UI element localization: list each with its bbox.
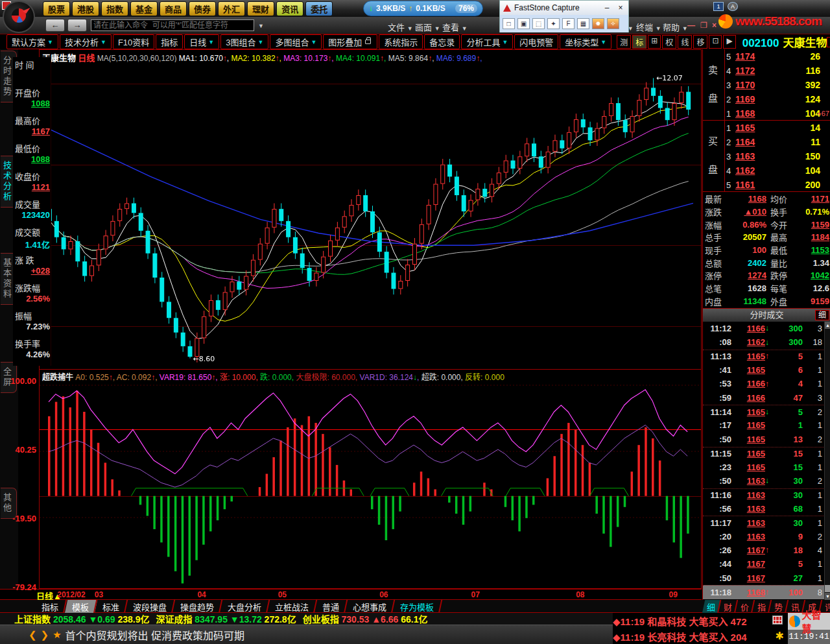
template-tab-存为模板[interactable]: 存为模板 xyxy=(393,600,442,614)
toolbar-item-分析工具[interactable]: 分析工具▼ xyxy=(461,34,513,49)
tick-tab-财[interactable]: 财 xyxy=(719,600,738,614)
tick-row[interactable]: 11:171163301 xyxy=(703,516,825,529)
tick-row[interactable]: :44116751 xyxy=(703,558,825,571)
toolbar-item-闪电预警[interactable]: 闪电预警 xyxy=(514,34,558,49)
ticker-next-icon[interactable]: ❯ xyxy=(41,629,49,641)
back-button[interactable]: ← xyxy=(45,19,65,32)
market-button-债券[interactable]: 债券 xyxy=(189,1,216,16)
tick-tab-价[interactable]: 价 xyxy=(736,600,755,614)
template-tab-指标[interactable]: 指标 xyxy=(34,600,67,614)
index-name[interactable]: 深证成指 xyxy=(156,614,192,625)
ticker-text[interactable]: 首个内贸规划将出 促消费政策加码可期 xyxy=(65,627,244,643)
toolbar-item-默认方案[interactable]: 默认方案▼ xyxy=(6,34,58,49)
mini-button-线[interactable]: 线 xyxy=(678,35,692,49)
window-minimize-button[interactable]: — xyxy=(687,21,695,30)
tick-tab-势[interactable]: 势 xyxy=(770,600,788,614)
tick-row[interactable]: 11:151165151 xyxy=(703,447,825,460)
template-tab-普通[interactable]: 普通 xyxy=(315,600,348,614)
alert-row[interactable]: ◆11:19 和晶科技 大笔买入 472 xyxy=(613,613,788,628)
faststone-tool-icon[interactable]: F xyxy=(562,18,575,29)
faststone-minimize-button[interactable]: – xyxy=(602,3,611,12)
settings-gear-icon[interactable]: ✱ xyxy=(776,630,784,642)
window-restore-button[interactable]: ❐ xyxy=(700,21,707,30)
toolbar-item-图形叠加[interactable]: 图形叠加 xyxy=(323,34,377,49)
tick-row[interactable]: :41116561 xyxy=(703,363,825,377)
tick-row[interactable]: 11:121166↓3003 xyxy=(703,322,825,335)
toolbar-item-技术分析[interactable]: 技术分析▼ xyxy=(60,34,112,49)
toolbar-item-指标[interactable]: 指标 xyxy=(156,34,183,49)
mini-button-⊞[interactable]: ⊞ xyxy=(648,35,661,49)
template-tab-模板[interactable]: 模板 xyxy=(65,600,97,614)
forward-button[interactable]: → xyxy=(67,19,87,32)
mini-button-▶[interactable]: ▶ xyxy=(723,35,735,49)
template-tab-大盘分析[interactable]: 大盘分析 xyxy=(220,600,270,614)
toolbar-item-坐标类型[interactable]: 坐标类型▼ xyxy=(560,34,611,49)
panel-close-button[interactable]: ⊠ xyxy=(827,37,830,47)
market-button-基金[interactable]: 基金 xyxy=(130,1,158,16)
tick-row[interactable]: 11:131165↑51 xyxy=(703,350,825,363)
market-button-商品[interactable]: 商品 xyxy=(160,1,187,16)
command-dropdown-icon[interactable]: ▼ xyxy=(258,23,264,29)
candlestick-chart[interactable] xyxy=(40,62,701,369)
faststone-tool-icon[interactable]: ▦ xyxy=(577,18,589,29)
ticker-prev-icon[interactable]: ❮ xyxy=(29,629,37,641)
mini-button-标[interactable]: 标 xyxy=(632,35,646,49)
tick-row[interactable]: :501167271 xyxy=(703,571,825,585)
faststone-tool-icon[interactable]: ✦ xyxy=(547,18,560,29)
window-close-button[interactable]: × xyxy=(712,21,717,30)
mini-button-测[interactable]: 测 xyxy=(617,35,631,49)
command-input[interactable] xyxy=(91,19,254,31)
input-method-tray-icon[interactable]: A xyxy=(728,2,738,11)
template-tab-波段操盘[interactable]: 波段操盘 xyxy=(126,600,175,614)
tick-row[interactable]: 11:161163301 xyxy=(703,488,825,502)
market-button-港股[interactable]: 港股 xyxy=(72,1,99,16)
tick-row[interactable]: 11:141165↓52 xyxy=(703,405,825,418)
template-tab-标准[interactable]: 标准 xyxy=(95,600,128,614)
tick-row[interactable]: :081162↓30018 xyxy=(703,335,825,349)
faststone-titlebar[interactable]: FastStone Capture – × xyxy=(500,1,628,15)
mini-button-权[interactable]: 权 xyxy=(662,35,676,49)
faststone-tool-icon[interactable]: ▣ xyxy=(517,18,530,29)
scroll-thumb[interactable] xyxy=(825,585,830,592)
index-name[interactable]: 创业板指 xyxy=(303,614,339,625)
indicator-chart[interactable] xyxy=(40,381,701,588)
menu-帮助[interactable]: 帮助 ▼ xyxy=(663,21,688,33)
tick-row[interactable]: :501163↓302 xyxy=(703,474,825,488)
market-button-理财[interactable]: 理财 xyxy=(247,1,274,16)
index-name[interactable]: 上证指数 xyxy=(14,614,51,625)
menu-查看[interactable]: 查看 ▼ xyxy=(442,21,468,33)
mini-button-⊡[interactable]: ⊡ xyxy=(709,35,722,49)
template-tab-操盘趋势[interactable]: 操盘趋势 xyxy=(173,600,222,614)
alert-row[interactable]: ◆11:19 长亮科技 大笔买入 204 xyxy=(613,628,788,644)
mini-button-移[interactable]: 移 xyxy=(693,35,707,49)
faststone-tool-icon[interactable]: ✸ xyxy=(592,18,604,29)
menu-画面[interactable]: 画面 ▼ xyxy=(415,21,440,33)
toolbar-item-3图组合[interactable]: 3图组合▼ xyxy=(220,34,268,49)
faststone-tool-icon[interactable]: ✧ xyxy=(607,18,619,29)
tick-row[interactable]: :591166473 xyxy=(703,391,825,405)
scroll-down-icon[interactable]: ▼ xyxy=(825,593,830,600)
menu-文件[interactable]: 文件 ▼ xyxy=(388,21,413,33)
tick-tab-指[interactable]: 指 xyxy=(753,600,772,614)
tick-tab-细[interactable]: 细 xyxy=(702,600,721,614)
scroll-up-icon[interactable]: ▲ xyxy=(825,322,830,329)
market-button-委托[interactable]: 委托 xyxy=(305,1,333,16)
tick-row[interactable]: 11:181168↑1008 xyxy=(703,585,825,599)
monitor-tray-icon[interactable]: 1 xyxy=(713,2,724,11)
faststone-tool-icon[interactable]: □ xyxy=(503,18,515,29)
tick-row[interactable]: :561163681 xyxy=(703,502,825,516)
template-tab-心想事成[interactable]: 心想事成 xyxy=(346,600,395,614)
toolbar-item-备忘录[interactable]: 备忘录 xyxy=(424,34,460,49)
market-button-指数[interactable]: 指数 xyxy=(101,1,128,16)
tick-row[interactable]: :261167↑184 xyxy=(703,543,825,557)
template-tab-立桩战法[interactable]: 立桩战法 xyxy=(268,600,317,614)
menu-终端[interactable]: 终端 ▼ xyxy=(636,21,661,33)
tick-row[interactable]: :17116511 xyxy=(703,419,825,433)
market-button-股票[interactable]: 股票 xyxy=(43,1,70,16)
faststone-close-button[interactable]: × xyxy=(616,3,625,12)
toolbar-item-F10资料[interactable]: F10资料 xyxy=(113,34,154,49)
alert-grid-icon[interactable] xyxy=(772,615,783,625)
tick-detail-button[interactable]: 细 xyxy=(815,310,829,320)
toolbar-item-系统指示[interactable]: 系统指示 xyxy=(379,34,423,49)
tick-scrollbar[interactable]: ▲ ▼ xyxy=(824,322,830,600)
